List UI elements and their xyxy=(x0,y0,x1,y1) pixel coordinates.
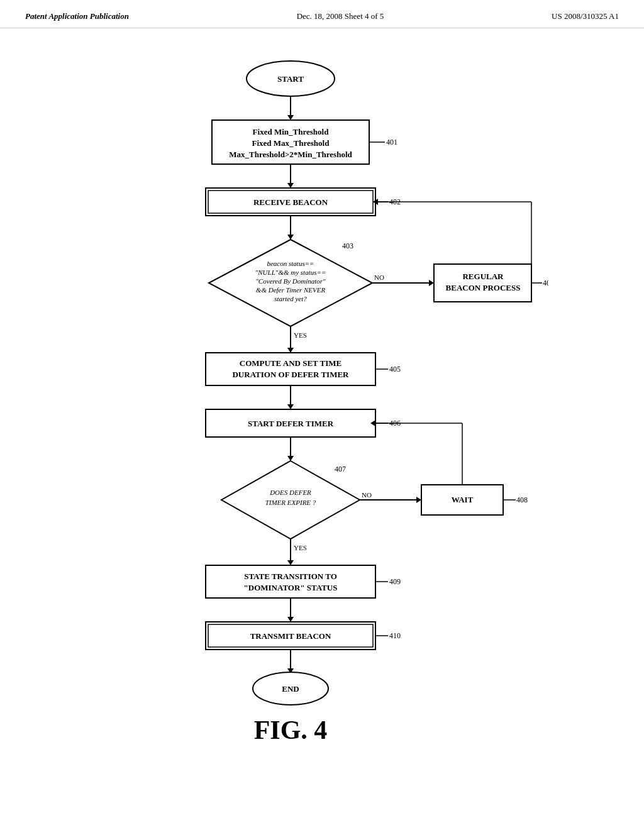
svg-rect-39 xyxy=(206,353,375,385)
svg-marker-10 xyxy=(287,183,294,188)
svg-text:WAIT: WAIT xyxy=(452,495,474,504)
svg-marker-75 xyxy=(287,617,294,622)
svg-text:Fixed Min_Threshold: Fixed Min_Threshold xyxy=(253,127,330,136)
flowchart-svg: .fc-text { font-family: 'Times New Roman… xyxy=(96,41,548,777)
svg-text:407: 407 xyxy=(335,465,346,473)
svg-text:START DEFER TIMER: START DEFER TIMER xyxy=(248,419,334,428)
svg-text:DURATION OF DEFER TIMER: DURATION OF DEFER TIMER xyxy=(232,370,349,379)
header-center: Dec. 18, 2008 Sheet 4 of 5 xyxy=(297,11,384,21)
svg-text:403: 403 xyxy=(342,241,353,250)
svg-text:405: 405 xyxy=(389,365,401,374)
svg-text:BEACON PROCESS: BEACON PROCESS xyxy=(446,283,521,292)
svg-marker-51 xyxy=(287,456,294,461)
start-label: START xyxy=(277,74,304,84)
svg-text:TIMER EXPIRE ?: TIMER EXPIRE ? xyxy=(265,499,316,506)
svg-text:STATE TRANSITION TO: STATE TRANSITION TO xyxy=(244,572,337,581)
svg-text:started yet?: started yet? xyxy=(274,295,307,302)
svg-text:404: 404 xyxy=(543,279,548,287)
svg-text:YES: YES xyxy=(294,331,307,339)
svg-text:Max_Threshold>2*Min_Threshold: Max_Threshold>2*Min_Threshold xyxy=(229,150,352,159)
svg-text:COMPUTE AND SET TIME: COMPUTE AND SET TIME xyxy=(240,358,341,368)
svg-rect-69 xyxy=(206,565,375,598)
svg-text:NO: NO xyxy=(362,491,372,499)
svg-text:408: 408 xyxy=(516,495,528,504)
svg-marker-61 xyxy=(416,497,421,503)
svg-text:TRANSMIT BEACON: TRANSMIT BEACON xyxy=(250,631,331,641)
svg-text:"NULL"&& my status==: "NULL"&& my status== xyxy=(255,268,326,276)
svg-marker-17 xyxy=(287,235,294,240)
svg-marker-58 xyxy=(287,560,294,565)
svg-text:YES: YES xyxy=(294,544,307,551)
svg-marker-30 xyxy=(429,280,434,286)
svg-text:RECEIVE BEACON: RECEIVE BEACON xyxy=(253,197,328,207)
svg-text:FIG. 4: FIG. 4 xyxy=(254,716,328,744)
svg-marker-45 xyxy=(287,404,294,409)
svg-text:&& Defer Timer NEVER: && Defer Timer NEVER xyxy=(256,286,326,294)
svg-text:401: 401 xyxy=(386,138,397,147)
svg-text:410: 410 xyxy=(389,631,401,640)
svg-text:409: 409 xyxy=(389,577,401,586)
svg-text:Fixed Max_Threshold: Fixed Max_Threshold xyxy=(252,138,330,148)
svg-text:REGULAR: REGULAR xyxy=(462,272,504,281)
svg-marker-2 xyxy=(287,115,294,120)
page-header: Patent Application Publication Dec. 18, … xyxy=(0,0,644,28)
flowchart-container: .fc-text { font-family: 'Times New Roman… xyxy=(0,41,644,777)
svg-text:DOES DEFER: DOES DEFER xyxy=(269,489,311,496)
svg-marker-27 xyxy=(287,348,294,353)
svg-text:END: END xyxy=(282,684,299,694)
header-right: US 2008/310325 A1 xyxy=(552,11,619,21)
svg-text:"Covered By Dominator": "Covered By Dominator" xyxy=(255,277,326,285)
svg-text:beacon status==: beacon status== xyxy=(267,260,314,267)
header-left: Patent Application Publication xyxy=(25,11,129,21)
svg-text:NO: NO xyxy=(374,274,384,281)
svg-text:"DOMINATOR" STATUS: "DOMINATOR" STATUS xyxy=(244,583,338,592)
